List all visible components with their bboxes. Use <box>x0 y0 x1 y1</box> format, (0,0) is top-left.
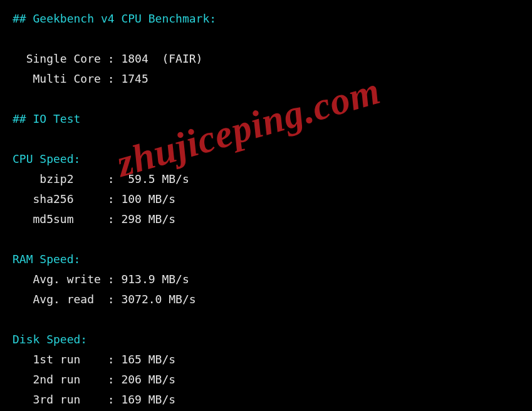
separator: : <box>101 52 122 65</box>
blank-line <box>13 29 532 49</box>
row-label: 1st run <box>13 353 101 366</box>
row-label: md5sum <box>13 212 101 226</box>
row-label: Avg. write <box>13 273 101 286</box>
row-value: 165 MB/s <box>121 353 175 366</box>
blank-line <box>13 229 532 249</box>
disk-speed-row: 1st run : 165 MB/s <box>13 350 532 370</box>
multi-core-value: 1745 <box>121 72 148 85</box>
single-core-label: Single Core <box>13 52 101 65</box>
row-value: 298 MB/s <box>121 212 175 226</box>
separator: : <box>101 393 122 406</box>
cpu-speed-row: sha256 : 100 MB/s <box>13 189 532 209</box>
row-label: 2nd run <box>13 373 101 386</box>
separator: : <box>101 172 122 185</box>
single-core-row: Single Core : 1804 (FAIR) <box>13 49 532 69</box>
disk-speed-row: 2nd run : 206 MB/s <box>13 370 532 390</box>
row-value: 913.9 MB/s <box>121 273 189 286</box>
row-value: 206 MB/s <box>121 373 175 386</box>
separator: : <box>101 192 122 205</box>
row-label: Avg. read <box>13 293 101 306</box>
cpu-speed-header: CPU Speed: <box>13 149 532 169</box>
row-value: 100 MB/s <box>121 192 175 205</box>
separator: : <box>101 273 122 286</box>
multi-core-row: Multi Core : 1745 <box>13 69 532 89</box>
separator: : <box>101 353 122 366</box>
separator: : <box>101 72 122 85</box>
ram-speed-header: RAM Speed: <box>13 249 532 269</box>
row-label: bzip2 <box>13 172 101 185</box>
ram-speed-row: Avg. read : 3072.0 MB/s <box>13 289 532 310</box>
row-label: 3rd run <box>13 393 101 406</box>
blank-line <box>13 129 532 149</box>
row-value: 3072.0 MB/s <box>121 293 196 306</box>
geekbench-header: ## Geekbench v4 CPU Benchmark: <box>13 9 532 29</box>
blank-line <box>13 89 532 109</box>
io-test-header: ## IO Test <box>13 109 532 129</box>
row-value: 59.5 MB/s <box>121 172 189 185</box>
separator: : <box>101 293 122 306</box>
cpu-speed-row: md5sum : 298 MB/s <box>13 209 532 229</box>
ram-speed-row: Avg. write : 913.9 MB/s <box>13 269 532 289</box>
multi-core-label: Multi Core <box>13 72 101 85</box>
separator: : <box>101 212 122 226</box>
cpu-speed-row: bzip2 : 59.5 MB/s <box>13 169 532 189</box>
row-value: 169 MB/s <box>121 393 175 406</box>
blank-line <box>13 310 532 330</box>
disk-speed-header: Disk Speed: <box>13 330 532 350</box>
single-core-value: 1804 (FAIR) <box>121 52 202 65</box>
row-label: sha256 <box>13 192 101 205</box>
separator: : <box>101 373 122 386</box>
disk-speed-row: 3rd run : 169 MB/s <box>13 390 532 410</box>
